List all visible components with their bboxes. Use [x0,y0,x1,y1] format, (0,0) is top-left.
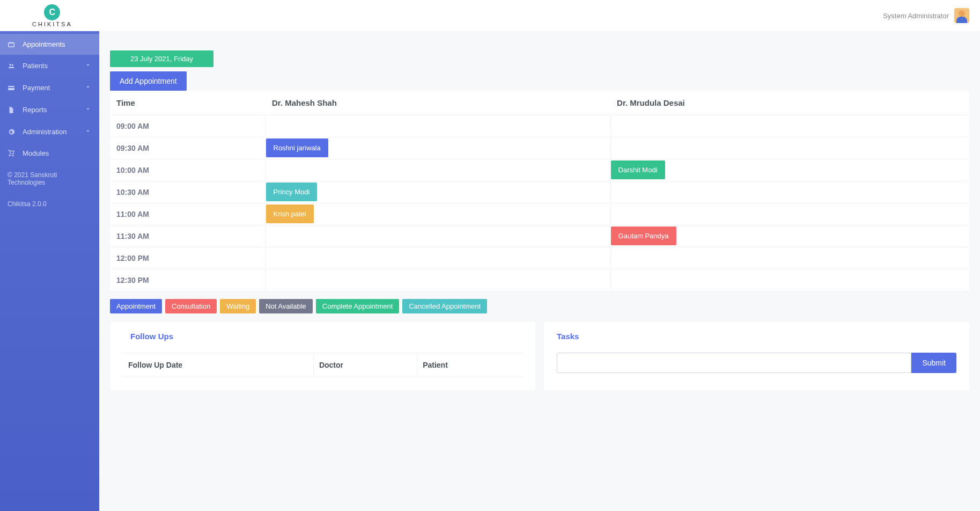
sidebar-item-label: Modules [23,149,49,157]
tasks-title: Tasks [557,332,956,341]
schedule-col-doc2: Dr. Mrudula Desai [610,91,969,115]
schedule-cell[interactable] [266,247,610,269]
schedule-cell[interactable]: Krish patel [266,203,610,225]
schedule-row: 12:30 PM [110,269,969,291]
schedule-cell[interactable] [266,269,610,291]
schedule-row: 09:30 AMRoshni jariwala [110,137,969,159]
sidebar: AppointmentsPatientsPaymentReportsAdmini… [0,31,99,511]
sidebar-item-patients[interactable]: Patients [0,55,99,77]
schedule-cell[interactable] [266,115,610,137]
legend-item: Complete Appointment [316,299,400,313]
sidebar-footer: © 2021 Sanskruti Technologies Chikitsa 2… [0,164,99,229]
sidebar-item-label: Patients [23,62,48,70]
sidebar-item-label: Payment [23,84,50,92]
legend: AppointmentConsultationWaitingNot Availa… [110,299,969,313]
chevron-down-icon [84,105,92,114]
sidebar-item-modules[interactable]: Modules [0,143,99,164]
file-icon [8,106,17,114]
avatar-icon [954,8,969,23]
schedule-cell[interactable] [610,137,969,159]
time-cell: 11:30 AM [110,225,266,247]
schedule-col-doc1: Dr. Mahesh Shah [266,91,610,115]
schedule-row: 12:00 PM [110,247,969,269]
appointment-chip[interactable]: Princy Modi [266,182,318,201]
version-text: Chikitsa 2.0.0 [8,200,92,208]
followups-title: Follow Ups [123,332,522,341]
followups-panel: Follow Ups Follow Up DateDoctorPatient [110,322,535,390]
schedule-cell[interactable]: Darshit Modi [610,159,969,181]
svg-point-0 [10,63,12,65]
schedule-cell[interactable]: Princy Modi [266,181,610,203]
appointment-chip[interactable]: Gautam Pandya [611,227,676,245]
time-cell: 09:30 AM [110,137,266,159]
appointment-chip[interactable]: Roshni jariwala [266,138,328,157]
chevron-down-icon [84,127,92,136]
followup-col: Patient [417,353,522,377]
schedule-cell[interactable] [610,115,969,137]
schedule-cell[interactable] [610,203,969,225]
followup-col: Doctor [313,353,417,377]
tasks-panel: Tasks Submit [544,322,969,390]
sidebar-item-payment[interactable]: Payment [0,77,99,99]
sidebar-item-administration[interactable]: Administration [0,121,99,143]
users-icon [8,62,17,70]
sidebar-item-appointments[interactable]: Appointments [0,34,99,55]
legend-item: Consultation [165,299,217,313]
schedule-col-time: Time [110,91,266,115]
cart-icon [8,150,17,157]
task-input[interactable] [557,353,911,373]
main-content: 23 July 2021, Friday Add Appointment Tim… [99,31,980,511]
legend-item: Waiting [220,299,256,313]
task-submit-button[interactable]: Submit [911,353,956,373]
brand-logo[interactable]: C CHIKITSA [11,4,72,27]
gear-icon [8,128,17,136]
schedule-row: 10:30 AMPrincy Modi [110,181,969,203]
top-header: C CHIKITSA System Administrator [0,0,980,31]
sidebar-item-reports[interactable]: Reports [0,99,99,121]
legend-item: Appointment [110,299,162,313]
time-cell: 12:30 PM [110,269,266,291]
schedule-cell[interactable] [266,159,610,181]
user-label: System Administrator [883,12,949,20]
schedule-row: 11:30 AMGautam Pandya [110,225,969,247]
schedule-row: 10:00 AMDarshit Modi [110,159,969,181]
sidebar-item-label: Appointments [23,40,65,48]
logo-letter: C [49,8,56,17]
time-cell: 09:00 AM [110,115,266,137]
schedule-cell[interactable] [266,225,610,247]
briefcase-icon [8,41,17,48]
schedule-table: TimeDr. Mahesh ShahDr. Mrudula Desai 09:… [110,91,969,291]
time-cell: 12:00 PM [110,247,266,269]
legend-item: Cancelled Appointment [402,299,487,313]
schedule-cell[interactable] [610,269,969,291]
chevron-down-icon [84,83,92,92]
logo-icon: C [44,4,60,20]
card-icon [8,84,17,92]
schedule-cell[interactable]: Roshni jariwala [266,137,610,159]
schedule-cell[interactable]: Gautam Pandya [610,225,969,247]
chevron-down-icon [84,61,92,70]
schedule-scroll[interactable]: TimeDr. Mahesh ShahDr. Mrudula Desai 09:… [110,91,969,291]
appointment-chip[interactable]: Krish patel [266,205,314,223]
sidebar-item-label: Reports [23,106,47,114]
appointment-chip[interactable]: Darshit Modi [611,160,665,179]
brand-name: CHIKITSA [32,21,72,27]
schedule-cell[interactable] [610,247,969,269]
followups-table: Follow Up DateDoctorPatient [123,353,522,377]
followup-col: Follow Up Date [123,353,313,377]
schedule-cell[interactable] [610,181,969,203]
schedule-row: 11:00 AMKrish patel [110,203,969,225]
svg-point-1 [12,64,13,65]
user-menu[interactable]: System Administrator [883,8,969,23]
sidebar-item-label: Administration [23,128,67,136]
time-cell: 10:00 AM [110,159,266,181]
date-badge[interactable]: 23 July 2021, Friday [110,50,213,67]
add-appointment-button[interactable]: Add Appointment [110,71,187,91]
copyright-text: © 2021 Sanskruti Technologies [8,171,92,186]
legend-item: Not Available [259,299,313,313]
schedule-row: 09:00 AM [110,115,969,137]
svg-rect-3 [8,87,14,88]
time-cell: 11:00 AM [110,203,266,225]
time-cell: 10:30 AM [110,181,266,203]
